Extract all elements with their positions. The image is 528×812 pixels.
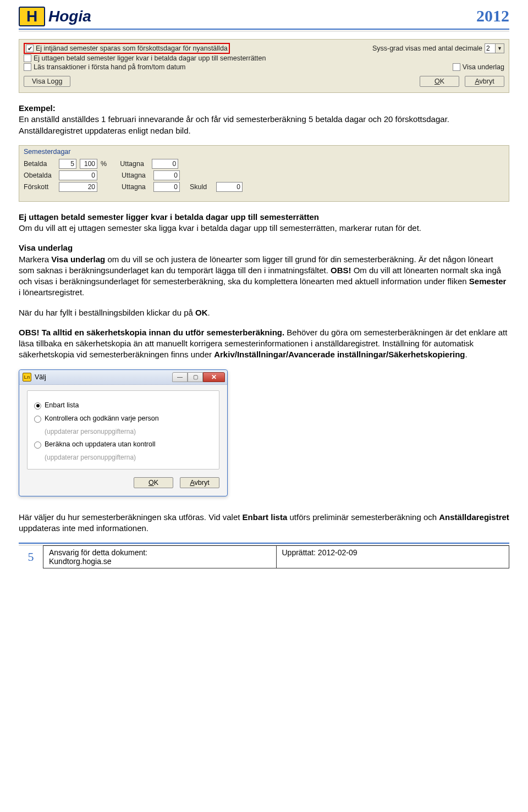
ok-button[interactable]: OK xyxy=(420,76,459,87)
checkbox-label: Läs transaktioner i första hand på from/… xyxy=(34,63,186,71)
field-label: Förskott xyxy=(24,183,56,191)
field-label: Uttagna xyxy=(122,183,150,191)
dialog-titlebar: Ln Välj — ▢ ✕ xyxy=(19,370,227,385)
radio-subtext: (uppdaterar personuppgifterna) xyxy=(45,454,212,461)
decimals-dropdown[interactable]: ▼ xyxy=(485,43,504,53)
field-label: Skuld xyxy=(190,183,213,191)
input-uttagna[interactable]: 0 xyxy=(153,182,180,192)
field-row: Betalda 5 100 % Uttagna 0 xyxy=(24,159,504,169)
radio-label: Kontrollera och godkänn varje person xyxy=(45,415,159,422)
heading-inline: Ej uttagen betald semester ligger kvar i… xyxy=(19,212,319,222)
paragraph: Exempel: En anställd anställdes 1 februa… xyxy=(19,103,509,136)
input-betalda-pct[interactable]: 100 xyxy=(80,159,97,169)
field-row: Förskott 20 Uttagna 0 Skuld 0 xyxy=(24,182,504,192)
chevron-down-icon[interactable]: ▼ xyxy=(495,44,504,53)
semesterdagar-panel: Semesterdagar Betalda 5 100 % Uttagna 0 … xyxy=(19,145,509,202)
highlighted-option: ✔ Ej intjänad semester sparas som försko… xyxy=(24,43,230,54)
checkbox-row[interactable]: Ej uttagen betald semester ligger kvar i… xyxy=(24,54,504,62)
radio-icon[interactable] xyxy=(34,416,41,423)
footer-right: Upprättat: 2012-02-09 xyxy=(277,545,510,568)
checkbox-label: Ej uttagen betald semester ligger kvar i… xyxy=(34,54,266,62)
input-uttagna[interactable]: 0 xyxy=(153,170,180,180)
page-number: 5 xyxy=(19,545,43,568)
radio-option[interactable]: Enbart lista xyxy=(34,401,212,410)
input-obetalda[interactable]: 0 xyxy=(59,170,97,180)
minimize-icon[interactable]: — xyxy=(172,372,188,382)
divider xyxy=(19,543,509,544)
year-label: 2012 xyxy=(476,7,509,25)
view-log-button[interactable]: Visa Logg xyxy=(24,76,70,87)
radio-label: Enbart lista xyxy=(45,401,79,409)
select-dialog: Ln Välj — ▢ ✕ Enbart lista Kontrollera o… xyxy=(19,369,228,496)
field-row: Obetalda 0 Uttagna 0 xyxy=(24,170,504,180)
paragraph: Här väljer du hur semesterberäkningen sk… xyxy=(19,512,509,534)
radio-icon[interactable] xyxy=(34,402,41,410)
radio-icon[interactable] xyxy=(34,441,41,449)
cancel-button[interactable]: Avbryt xyxy=(465,76,504,87)
paragraph: Visa underlag Markera Visa underlag om d… xyxy=(19,242,509,298)
cancel-button[interactable]: Avbryt xyxy=(180,477,219,488)
field-label: Betalda xyxy=(24,160,56,168)
checkbox-icon[interactable] xyxy=(24,63,31,71)
heading-inline: Visa underlag xyxy=(19,243,73,252)
input-forskott[interactable]: 20 xyxy=(59,182,97,192)
radio-option[interactable]: Beräkna och uppdatera utan kontroll xyxy=(34,440,212,449)
heading-inline: Exempel: xyxy=(19,103,56,113)
radio-label: Beräkna och uppdatera utan kontroll xyxy=(45,440,156,448)
maximize-icon[interactable]: ▢ xyxy=(188,372,203,382)
checkbox-label: Visa underlag xyxy=(463,63,504,71)
decimals-label: Syss-grad visas med antal decimale xyxy=(372,45,482,52)
radio-group: Enbart lista Kontrollera och godkänn var… xyxy=(27,390,219,469)
divider xyxy=(19,29,509,30)
paragraph: OBS! Ta alltid en säkerhetskopia innan d… xyxy=(19,327,509,361)
group-title: Semesterdagar xyxy=(24,148,504,156)
checkbox-row[interactable]: Läs transaktioner i första hand på from/… xyxy=(24,63,186,71)
checkbox-label: Ej intjänad semester sparas som förskott… xyxy=(36,45,228,52)
paragraph: När du har fyllt i beställningsbilden kl… xyxy=(19,307,509,318)
radio-subtext: (uppdaterar personuppgifterna) xyxy=(45,428,212,435)
logo-text: Hogia xyxy=(48,8,91,25)
input-betalda[interactable]: 5 xyxy=(59,159,76,169)
document-header: H Hogia 2012 xyxy=(19,7,509,26)
logo-mark-icon: H xyxy=(19,7,45,26)
checkbox-icon[interactable]: ✔ xyxy=(26,45,34,52)
app-icon: Ln xyxy=(23,373,31,382)
divider xyxy=(19,31,509,31)
checkbox-icon[interactable] xyxy=(453,63,460,71)
logo: H Hogia xyxy=(19,7,91,26)
input-skuld[interactable]: 0 xyxy=(216,182,243,192)
field-label: Obetalda xyxy=(24,172,56,179)
field-label: Uttagna xyxy=(122,172,150,179)
percent-label: % xyxy=(101,160,107,168)
dialog-title: Välj xyxy=(35,373,46,381)
paragraph: Ej uttagen betald semester ligger kvar i… xyxy=(19,212,509,234)
footer: 5 Ansvarig för detta dokument: Kundtorg.… xyxy=(19,543,509,568)
field-label: Uttagna xyxy=(120,160,148,168)
footer-left: Ansvarig för detta dokument: Kundtorg.ho… xyxy=(43,545,277,568)
decimals-value[interactable] xyxy=(485,45,495,52)
radio-option[interactable]: Kontrollera och godkänn varje person xyxy=(34,415,212,423)
close-icon[interactable]: ✕ xyxy=(203,372,225,382)
input-uttagna[interactable]: 0 xyxy=(152,159,178,169)
ok-button[interactable]: OK xyxy=(134,477,173,488)
checkbox-row[interactable]: Visa underlag xyxy=(453,63,504,71)
checkbox-row[interactable]: ✔ Ej intjänad semester sparas som försko… xyxy=(26,45,228,52)
settings-panel: ✔ Ej intjänad semester sparas som försko… xyxy=(19,39,509,93)
checkbox-icon[interactable] xyxy=(24,54,31,62)
